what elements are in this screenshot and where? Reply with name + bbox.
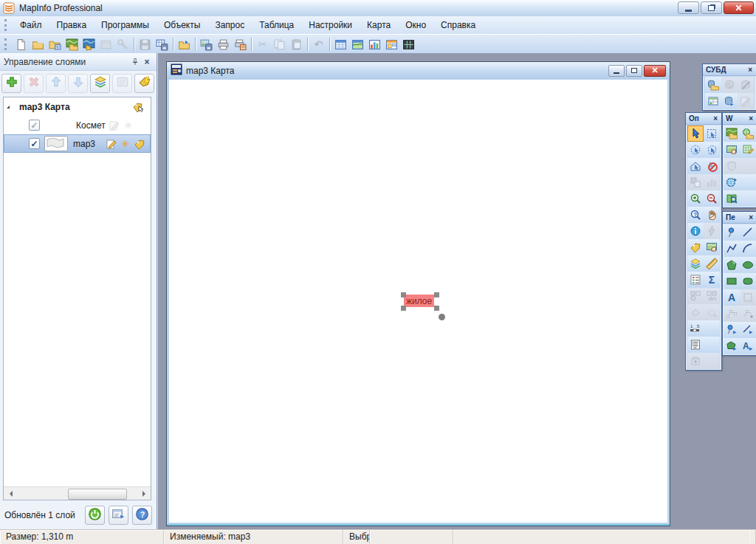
selection-handle[interactable] bbox=[434, 292, 439, 297]
add-node-tool[interactable] bbox=[740, 306, 756, 322]
open-wfs-button[interactable] bbox=[740, 125, 756, 142]
boundary-select-tool[interactable] bbox=[687, 158, 704, 174]
map3-visibility-checkbox[interactable]: ✓ bbox=[29, 138, 40, 149]
scroll-left-button[interactable] bbox=[4, 488, 16, 500]
menu-table[interactable]: Таблица bbox=[252, 17, 301, 33]
remove-layer-button[interactable] bbox=[24, 74, 44, 93]
help-button[interactable]: ? bbox=[132, 506, 152, 525]
layer-hover-button[interactable] bbox=[112, 74, 132, 93]
close-button[interactable]: ✕ bbox=[724, 1, 754, 14]
arc-tool[interactable] bbox=[740, 241, 756, 257]
label-style-icon[interactable] bbox=[132, 137, 146, 151]
save-table-button[interactable] bbox=[137, 36, 154, 53]
ruler-tool[interactable] bbox=[704, 255, 720, 272]
new-table-button[interactable] bbox=[13, 36, 30, 53]
restore-button[interactable] bbox=[701, 1, 722, 14]
dbms-open-table-button[interactable] bbox=[705, 77, 721, 93]
graph-select-tool[interactable] bbox=[704, 174, 720, 190]
polygon-select-tool[interactable] bbox=[704, 142, 720, 158]
district-browser-button[interactable] bbox=[687, 288, 704, 304]
drag-map-window-tool[interactable] bbox=[704, 239, 720, 255]
menu-query[interactable]: Запрос bbox=[207, 17, 252, 33]
layer-row-cosmetic[interactable]: ✓ Космет ✳ bbox=[4, 116, 151, 134]
universal-translator-button[interactable] bbox=[97, 36, 114, 53]
selection-handle[interactable] bbox=[401, 292, 406, 297]
unselect-all-tool[interactable] bbox=[704, 158, 720, 174]
autolabel-icon[interactable]: ✳ bbox=[118, 137, 132, 151]
menubar-grip[interactable] bbox=[4, 19, 9, 31]
pan-tool[interactable] bbox=[704, 207, 720, 223]
line-style-button[interactable] bbox=[740, 322, 756, 338]
open-map-button[interactable] bbox=[63, 36, 80, 53]
menu-options[interactable]: Настройки bbox=[301, 17, 360, 33]
cosmetic-visibility-checkbox[interactable]: ✓ bbox=[29, 120, 40, 131]
set-clip-region-button[interactable] bbox=[687, 304, 704, 320]
minimize-button[interactable] bbox=[678, 1, 699, 14]
layer-edit-button[interactable] bbox=[134, 74, 154, 93]
text-style-button[interactable]: A bbox=[740, 338, 756, 354]
selection-handle[interactable] bbox=[434, 306, 439, 311]
toolbar-grip[interactable] bbox=[4, 38, 9, 50]
open-workspace-button[interactable] bbox=[80, 36, 97, 53]
open-recent-workspace-button[interactable] bbox=[176, 36, 193, 53]
invert-selection-tool[interactable] bbox=[687, 174, 704, 190]
clip-region-toggle-button[interactable] bbox=[704, 304, 720, 320]
map-canvas[interactable]: жилое bbox=[169, 80, 667, 523]
close-operations-toolbar-icon[interactable]: × bbox=[712, 115, 718, 123]
new-browser-button[interactable] bbox=[332, 36, 349, 53]
status-size[interactable]: Размер: 1,310 m bbox=[0, 530, 164, 544]
menu-map[interactable]: Карта bbox=[360, 17, 398, 33]
map-minimize-button[interactable] bbox=[608, 65, 625, 77]
save-window-button[interactable] bbox=[198, 36, 215, 53]
dbms-edit-button[interactable] bbox=[738, 93, 754, 109]
status-cell-6[interactable] bbox=[749, 530, 756, 544]
move-layer-up-button[interactable] bbox=[46, 74, 66, 93]
print-button[interactable] bbox=[215, 36, 232, 53]
open-wms-button[interactable] bbox=[724, 125, 740, 142]
menu-edit[interactable]: Правка bbox=[49, 17, 94, 33]
hotlink-tool[interactable] bbox=[704, 223, 720, 239]
menu-help[interactable]: Справка bbox=[433, 17, 483, 33]
new-graph-button[interactable] bbox=[366, 36, 383, 53]
horizontal-scrollbar[interactable] bbox=[4, 486, 151, 500]
create-grid-button[interactable] bbox=[740, 142, 756, 158]
selection-handle[interactable] bbox=[401, 306, 406, 311]
window-list-button[interactable] bbox=[687, 337, 720, 353]
selected-map-label[interactable]: жилое bbox=[404, 295, 434, 307]
layer-control-button[interactable] bbox=[687, 255, 704, 272]
polyline-tool[interactable] bbox=[724, 241, 740, 257]
polygon-tool[interactable] bbox=[724, 257, 740, 273]
move-layer-down-button[interactable] bbox=[68, 74, 88, 93]
open-dbms-table-button[interactable] bbox=[47, 36, 63, 53]
radius-select-tool[interactable] bbox=[687, 142, 704, 158]
world-directory-button[interactable] bbox=[724, 174, 756, 190]
security-button[interactable] bbox=[724, 158, 756, 174]
reshape-tool[interactable] bbox=[724, 306, 740, 322]
print-window-button[interactable] bbox=[232, 36, 249, 53]
zoom-in-tool[interactable] bbox=[687, 190, 704, 207]
status-editable[interactable]: Изменяемый: map3 bbox=[164, 530, 343, 544]
symbol-tool[interactable] bbox=[724, 224, 740, 241]
paste-button[interactable] bbox=[288, 36, 305, 53]
text-tool[interactable]: A bbox=[724, 289, 740, 306]
label-edit-icon[interactable] bbox=[131, 100, 145, 114]
menu-file[interactable]: Файл bbox=[13, 17, 49, 33]
save-copy-button[interactable] bbox=[154, 36, 171, 53]
status-cell-4[interactable] bbox=[370, 530, 453, 544]
menu-programs[interactable]: Программы bbox=[94, 17, 157, 33]
copy-button[interactable] bbox=[271, 36, 288, 53]
dbms-sync-button[interactable] bbox=[721, 93, 738, 109]
run-mapbasic-button[interactable] bbox=[114, 36, 131, 53]
edit-layer-icon[interactable] bbox=[104, 137, 118, 151]
operations-toolbar-title[interactable]: Оп × bbox=[686, 113, 721, 125]
catalog-search-button[interactable] bbox=[724, 190, 756, 207]
dbms-connect-button[interactable] bbox=[705, 93, 721, 109]
map-window-titlebar[interactable]: map3 Карта ✕ bbox=[167, 62, 670, 79]
dbms-toolbar-title[interactable]: СУБД × bbox=[703, 64, 756, 76]
tree-expander-icon[interactable] bbox=[5, 104, 13, 110]
zoom-out-tool[interactable] bbox=[704, 190, 720, 207]
status-cell-5[interactable] bbox=[453, 530, 749, 544]
close-drawing-toolbar-icon[interactable]: × bbox=[748, 214, 754, 221]
menu-window[interactable]: Окно bbox=[398, 17, 433, 33]
info-tool[interactable] bbox=[687, 223, 704, 239]
